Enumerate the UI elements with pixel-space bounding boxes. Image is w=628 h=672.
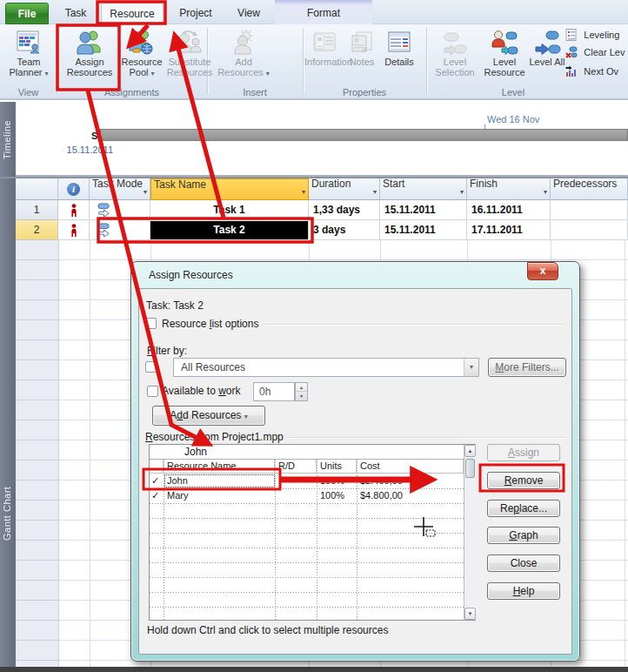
check-column-header[interactable]: [150, 460, 164, 474]
column-header-finish[interactable]: Finish ▾: [467, 178, 551, 200]
row-divider: [150, 548, 464, 548]
cost-cell[interactable]: $4.800,00: [357, 488, 464, 503]
filter-expander[interactable]: [145, 361, 157, 373]
start-cell[interactable]: 15.11.2011: [380, 200, 467, 220]
column-header-info[interactable]: i: [58, 178, 90, 200]
spin-down-icon[interactable]: ▾: [296, 392, 307, 400]
filter-arrow-icon[interactable]: ▾: [544, 187, 547, 197]
scroll-down-icon[interactable]: ▼: [464, 608, 476, 620]
column-header-task-name[interactable]: Task Name ▾: [150, 178, 309, 200]
checked-icon[interactable]: ✓: [150, 488, 164, 503]
column-header-start[interactable]: Start ▾: [380, 178, 467, 200]
filter-combobox[interactable]: All Resources ▾: [173, 358, 479, 377]
help-button[interactable]: Help: [487, 582, 560, 600]
cost-column-header[interactable]: Cost: [357, 460, 464, 474]
tab-project[interactable]: Project: [169, 3, 223, 24]
rd-column-header[interactable]: R/D: [275, 460, 317, 474]
tab-file[interactable]: File: [5, 3, 49, 24]
task-mode-cell[interactable]: [90, 220, 150, 240]
close-button[interactable]: Close: [487, 554, 560, 572]
scrollbar-thumb[interactable]: [465, 459, 475, 478]
available-to-work-spinner[interactable]: ▴ ▾: [295, 382, 308, 401]
column-header-task-mode[interactable]: Task Mode ▾: [90, 178, 150, 200]
gantt-chart-panel-tab[interactable]: Gantt Chart: [0, 178, 16, 667]
resource-entry-row[interactable]: John: [150, 445, 464, 460]
clear-leveling-icon: [565, 46, 578, 58]
resource-row-john[interactable]: ✓ John 100% $2.400,00: [150, 474, 464, 488]
assign-resources-button[interactable]: Assign Resources: [61, 26, 118, 91]
available-to-work-field[interactable]: 0h: [253, 382, 295, 401]
indicator-cell[interactable]: [58, 220, 90, 240]
tab-view[interactable]: View: [224, 3, 273, 24]
team-planner-button[interactable]: Team Planner ▾: [3, 26, 54, 91]
graph-button[interactable]: Graph: [487, 527, 560, 544]
team-planner-label: Team Planner: [10, 57, 43, 77]
column-header-duration[interactable]: Duration ▾: [309, 178, 380, 200]
separator: [287, 437, 565, 438]
start-cell[interactable]: 15.11.2011: [380, 220, 467, 240]
replace-button[interactable]: Replace...: [487, 500, 560, 517]
timeline-panel-tab[interactable]: Timeline: [0, 102, 16, 177]
next-overallocation-button[interactable]: Next Ov: [565, 64, 618, 80]
more-filters-button[interactable]: More Filters...: [488, 358, 566, 377]
finish-header-label: Finish: [470, 178, 498, 190]
group-divider: [303, 28, 304, 94]
timeline-bar[interactable]: [100, 129, 628, 141]
select-all-corner[interactable]: [16, 178, 58, 200]
overallocation-person-icon: [70, 204, 78, 217]
units-cell[interactable]: 100%: [317, 488, 357, 503]
filter-arrow-icon[interactable]: ▾: [144, 187, 147, 197]
filter-arrow-icon[interactable]: ▾: [460, 187, 464, 197]
resource-name-column-header[interactable]: Resource Name: [164, 460, 275, 474]
next-overallocation-icon: [565, 65, 578, 77]
level-selection-button: Level Selection: [430, 26, 480, 91]
task-mode-cell[interactable]: [90, 200, 150, 220]
checked-icon[interactable]: ✓: [150, 474, 164, 488]
level-resource-button[interactable]: Level Resource: [482, 26, 527, 91]
indicator-cell[interactable]: [58, 200, 90, 220]
row-number-cell[interactable]: 2: [16, 220, 58, 240]
details-label: Details: [379, 57, 419, 67]
clear-leveling-button[interactable]: Clear Lev: [565, 45, 625, 61]
close-icon[interactable]: x: [527, 262, 558, 280]
resource-row-mary[interactable]: ✓ Mary 100% $4.800,00: [150, 488, 464, 503]
table-scrollbar[interactable]: ▲ ▼: [464, 445, 476, 620]
remove-button[interactable]: Remove: [487, 472, 560, 489]
spin-up-icon[interactable]: ▴: [296, 383, 307, 392]
scroll-up-icon[interactable]: ▲: [464, 445, 476, 457]
dialog-content: Task: Task 2 Resource list options Filte…: [138, 288, 572, 655]
dropdown-arrow-icon: ▾: [151, 70, 155, 77]
duration-cell[interactable]: 1,33 days: [309, 200, 380, 220]
units-cell[interactable]: 100%: [317, 474, 357, 488]
row-number-cell[interactable]: 1: [16, 200, 58, 220]
task-name-cell[interactable]: Task 2: [150, 220, 309, 240]
selected-task-name[interactable]: Task 2: [150, 221, 308, 239]
filter-arrow-icon[interactable]: ▾: [373, 187, 377, 197]
units-column-header[interactable]: Units: [317, 460, 357, 474]
finish-cell[interactable]: 16.11.2011: [467, 200, 551, 220]
resource-pool-button[interactable]: Resource Pool ▾: [119, 26, 164, 91]
resource-list-options-expander[interactable]: [145, 318, 157, 329]
available-to-work-checkbox[interactable]: [147, 386, 158, 397]
leveling-options-button[interactable]: Leveling: [565, 28, 619, 44]
level-all-button[interactable]: Level All: [529, 26, 565, 91]
predecessors-cell[interactable]: [551, 220, 628, 240]
cost-cell[interactable]: $2.400,00: [357, 474, 464, 488]
group-label-assignments: Assignments: [57, 87, 207, 99]
chevron-down-icon[interactable]: ▾: [464, 359, 478, 376]
tab-task[interactable]: Task: [52, 3, 99, 24]
filter-arrow-icon[interactable]: ▾: [302, 187, 305, 197]
resource-name-cell[interactable]: John: [164, 474, 275, 488]
column-header-predecessors[interactable]: Predecessors: [551, 178, 628, 200]
group-label-level: Level: [426, 87, 600, 99]
add-resources-dropdown-button[interactable]: Add Resources ▾: [152, 406, 265, 426]
row-divider: [150, 592, 464, 593]
tab-resource[interactable]: Resource: [101, 3, 164, 24]
details-button[interactable]: Details: [379, 26, 419, 91]
tab-format[interactable]: Format: [282, 3, 365, 24]
finish-cell[interactable]: 17.11.2011: [467, 220, 551, 240]
predecessors-cell[interactable]: [551, 200, 628, 220]
duration-cell[interactable]: 3 days: [309, 220, 380, 240]
resource-name-cell[interactable]: Mary: [164, 488, 275, 503]
task-name-cell[interactable]: Task 1: [150, 200, 309, 220]
